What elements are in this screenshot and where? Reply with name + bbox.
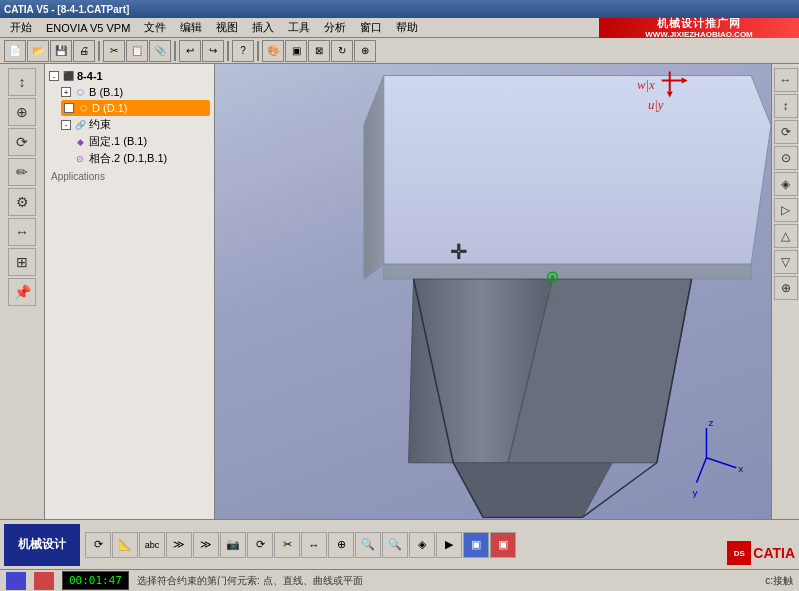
toolbar-extra1[interactable]: ▣: [285, 40, 307, 62]
menu-analysis[interactable]: 分析: [318, 19, 352, 36]
right-icon-3[interactable]: ⟳: [774, 120, 798, 144]
axis-indicator: x y z: [693, 417, 744, 498]
bottom-btn-6[interactable]: 📷: [220, 532, 246, 558]
toolbar-paste[interactable]: 📎: [149, 40, 171, 62]
left-icon-4[interactable]: ✏: [8, 158, 36, 186]
bottom-btn-16[interactable]: ▣: [490, 532, 516, 558]
toolbar-new[interactable]: 📄: [4, 40, 26, 62]
3d-svg: ✛ w|x u|y ↖ x y: [215, 64, 771, 519]
tree-label-root: 8-4-1: [77, 70, 103, 82]
sep2: [174, 41, 176, 61]
left-icon-5[interactable]: ⚙: [8, 188, 36, 216]
tree-node-root[interactable]: - ⬛ 8-4-1: [49, 68, 210, 84]
tree-node-d1[interactable]: + ⬡ D (D.1): [61, 100, 210, 116]
viewport[interactable]: ✛ w|x u|y ↖ x y: [215, 64, 771, 519]
bottom-btn-12[interactable]: 🔍: [382, 532, 408, 558]
title-text: CATIA V5 - [8-4-1.CATPart]: [4, 4, 129, 15]
menu-file[interactable]: 文件: [138, 19, 172, 36]
brand-logo-bottom: 机械设计: [4, 524, 80, 566]
bottom-btn-14[interactable]: ▶: [436, 532, 462, 558]
right-icon-9[interactable]: ⊕: [774, 276, 798, 300]
left-icon-8[interactable]: 📌: [8, 278, 36, 306]
toolbar-extra4[interactable]: ⊕: [354, 40, 376, 62]
bottom-icon-group: ⟳ 📐 abc ≫ ≫ 📷 ⟳ ✂ ↔ ⊕ 🔍 🔍 ◈ ▶ ▣ ▣: [85, 532, 516, 558]
bottom-btn-10[interactable]: ⊕: [328, 532, 354, 558]
left-icon-1[interactable]: ↕: [8, 68, 36, 96]
bottom-btn-5[interactable]: ≫: [193, 532, 219, 558]
tree-label-d1: D (D.1): [92, 102, 127, 114]
expand-d1[interactable]: +: [64, 103, 74, 113]
toolbar-save[interactable]: 💾: [50, 40, 72, 62]
menu-edit[interactable]: 编辑: [174, 19, 208, 36]
right-icon-2[interactable]: ↕: [774, 94, 798, 118]
coord-wx-label: w|x: [637, 78, 655, 92]
bottom-btn-15[interactable]: ▣: [463, 532, 489, 558]
constraint-cross-icon: ✛: [450, 241, 467, 263]
tree-label-contact1: 相合.2 (D.1,B.1): [89, 151, 167, 166]
timer-display: 00:01:47: [62, 571, 129, 590]
applications-label: Applications: [51, 171, 105, 182]
tree-panel: - ⬛ 8-4-1 + ⬡ B (B.1) + ⬡ D (D.1) - 🔗 约束…: [45, 64, 215, 519]
menu-insert[interactable]: 插入: [246, 19, 280, 36]
cursor-icon: ↖: [543, 283, 558, 303]
toolbar-render[interactable]: 🎨: [262, 40, 284, 62]
menu-enovia[interactable]: ENOVIA V5 VPM: [40, 21, 136, 35]
status-icon-2: [34, 572, 54, 590]
top-plate: [364, 76, 771, 265]
expand-constraints[interactable]: -: [61, 120, 71, 130]
menu-start[interactable]: 开始: [4, 19, 38, 36]
bottom-btn-4[interactable]: ≫: [166, 532, 192, 558]
bottom-btn-2[interactable]: 📐: [112, 532, 138, 558]
bottom-btn-11[interactable]: 🔍: [355, 532, 381, 558]
bottom-btn-1[interactable]: ⟳: [85, 532, 111, 558]
toolbar-open[interactable]: 📂: [27, 40, 49, 62]
toolbar-undo[interactable]: ↩: [179, 40, 201, 62]
tree-node-constraints[interactable]: - 🔗 约束: [61, 116, 210, 133]
right-icon-8[interactable]: ▽: [774, 250, 798, 274]
constraint-icon: 🔗: [73, 118, 87, 132]
status-icon-1: [6, 572, 26, 590]
menu-help[interactable]: 帮助: [390, 19, 424, 36]
expand-root[interactable]: -: [49, 71, 59, 81]
menu-tools[interactable]: 工具: [282, 19, 316, 36]
left-icon-6[interactable]: ↔: [8, 218, 36, 246]
toolbar-extra3[interactable]: ↻: [331, 40, 353, 62]
bottom-btn-9[interactable]: ↔: [301, 532, 327, 558]
toolbar-extra2[interactable]: ⊠: [308, 40, 330, 62]
status-text-main: 选择符合约束的第门何元索: 点、直线、曲线或平面: [137, 574, 363, 588]
tree-node-b1[interactable]: + ⬡ B (B.1): [61, 84, 210, 100]
bottom-btn-13[interactable]: ◈: [409, 532, 435, 558]
toolbar-print[interactable]: 🖨: [73, 40, 95, 62]
bottom-btn-7[interactable]: ⟳: [247, 532, 273, 558]
svg-text:z: z: [708, 417, 713, 428]
toolbar-copy[interactable]: 📋: [126, 40, 148, 62]
right-icon-1[interactable]: ↔: [774, 68, 798, 92]
right-icon-4[interactable]: ⊙: [774, 146, 798, 170]
right-toolbar: ↔ ↕ ⟳ ⊙ ◈ ▷ △ ▽ ⊕: [771, 64, 799, 519]
menu-window[interactable]: 窗口: [354, 19, 388, 36]
tree-node-contact1[interactable]: ⊙ 相合.2 (D.1,B.1): [73, 150, 210, 167]
bottom-edge: [384, 264, 751, 279]
top-right-logo: 机械设计推广网 WWW.JIXIEZHAOBIAO.COM: [599, 18, 799, 38]
right-icon-5[interactable]: ◈: [774, 172, 798, 196]
title-bar: CATIA V5 - [8-4-1.CATPart]: [0, 0, 799, 18]
toolbar-redo[interactable]: ↪: [202, 40, 224, 62]
right-icon-6[interactable]: ▷: [774, 198, 798, 222]
right-icon-7[interactable]: △: [774, 224, 798, 248]
expand-b1[interactable]: +: [61, 87, 71, 97]
left-icon-3[interactable]: ⟳: [8, 128, 36, 156]
tree-node-fix1[interactable]: ◆ 固定.1 (B.1): [73, 133, 210, 150]
toolbar-help[interactable]: ?: [232, 40, 254, 62]
bottom-toolbar: 机械设计 ⟳ 📐 abc ≫ ≫ 📷 ⟳ ✂ ↔ ⊕ 🔍 🔍 ◈ ▶ ▣ ▣ D…: [0, 519, 799, 569]
main-content: ↕ ⊕ ⟳ ✏ ⚙ ↔ ⊞ 📌 - ⬛ 8-4-1 + ⬡ B (B.1) + …: [0, 64, 799, 519]
bottom-btn-8[interactable]: ✂: [274, 532, 300, 558]
left-face: [364, 76, 384, 280]
menu-view[interactable]: 视图: [210, 19, 244, 36]
svg-text:y: y: [693, 487, 698, 498]
svg-line-0: [706, 458, 736, 468]
toolbar-cut[interactable]: ✂: [103, 40, 125, 62]
tree-applications: Applications: [49, 171, 210, 182]
left-icon-7[interactable]: ⊞: [8, 248, 36, 276]
left-icon-2[interactable]: ⊕: [8, 98, 36, 126]
bottom-btn-3[interactable]: abc: [139, 532, 165, 558]
